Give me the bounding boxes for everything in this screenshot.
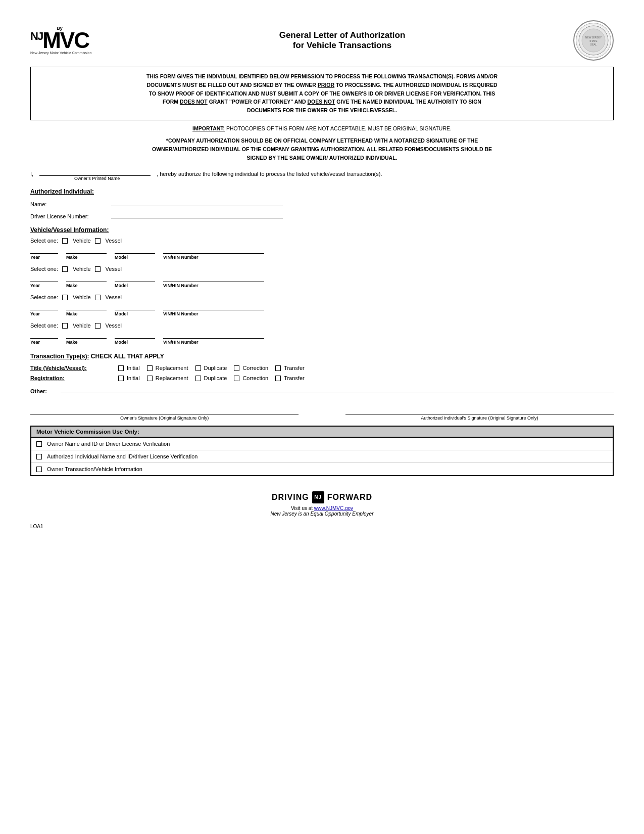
auth-prefix: I, bbox=[30, 171, 33, 177]
signature-row: Owner's Signature (Original Signature On… bbox=[30, 404, 614, 421]
reg-correction-label: Correction bbox=[242, 375, 268, 381]
dl-input-line bbox=[111, 211, 283, 218]
make-line-4 bbox=[66, 332, 107, 339]
owner-label: Owner's Printed Name bbox=[41, 176, 153, 181]
title-transfer-checkbox[interactable] bbox=[275, 365, 281, 371]
reg-duplicate-checkbox[interactable] bbox=[195, 376, 201, 381]
auth-line: I, Owner's Printed Name , hereby authori… bbox=[30, 171, 614, 181]
vessel-label-1: Vessel bbox=[106, 238, 122, 244]
model-field-1: Model bbox=[115, 247, 155, 260]
owner-signature-block: Owner's Signature (Original Signature On… bbox=[30, 404, 299, 421]
vessel-label-2: Vessel bbox=[106, 266, 122, 272]
vehicle-checkbox-2[interactable] bbox=[62, 266, 68, 272]
model-field-3: Model bbox=[115, 303, 155, 316]
model-label-4: Model bbox=[115, 340, 155, 345]
reg-initial-item: Initial bbox=[118, 375, 140, 381]
title-duplicate-item: Duplicate bbox=[195, 365, 227, 371]
name-field-row: Name: bbox=[30, 199, 614, 207]
vin-label-4: VIN/HIN Number bbox=[163, 340, 264, 345]
year-line-2 bbox=[30, 275, 58, 282]
reg-correction-checkbox[interactable] bbox=[234, 376, 239, 381]
title-replacement-checkbox[interactable] bbox=[147, 365, 153, 371]
title-replacement-label: Replacement bbox=[156, 365, 188, 371]
transaction-subtitle: CHECK ALL THAT APPLY bbox=[91, 353, 164, 360]
vessel-checkbox-1[interactable] bbox=[95, 238, 101, 244]
select-label-4: Select one: bbox=[30, 322, 58, 329]
title-transfer-label: Transfer bbox=[284, 365, 305, 371]
reg-transfer-label: Transfer bbox=[284, 375, 305, 381]
vehicle-checkbox-1[interactable] bbox=[62, 238, 68, 244]
vehicle-label-1: Vehicle bbox=[73, 238, 90, 244]
other-label: Other: bbox=[30, 388, 61, 394]
transaction-section: Transaction Type(s): CHECK ALL THAT APPL… bbox=[30, 353, 614, 394]
footer-url[interactable]: www.NJMVC.gov bbox=[314, 505, 353, 511]
mvc-checkbox-1[interactable] bbox=[36, 441, 42, 447]
other-row: Other: bbox=[30, 386, 614, 394]
notice-box: THIS FORM GIVES THE INDIVIDUAL IDENTIFIE… bbox=[30, 67, 614, 120]
mvc-item-1: Owner Name and ID or Driver License Veri… bbox=[31, 438, 613, 450]
transaction-title-underline: Transaction Type(s): bbox=[30, 353, 89, 360]
vehicle-label-2: Vehicle bbox=[73, 266, 90, 272]
model-field-4: Model bbox=[115, 332, 155, 345]
seal-inner: NEW JERSEY STATE SEAL bbox=[576, 23, 611, 58]
footer-driving-forward: DRIVING NJ FORWARD bbox=[30, 491, 614, 503]
mvc-checkbox-3[interactable] bbox=[36, 467, 42, 472]
title-trans-label: Title (Vehicle/Vessel): bbox=[30, 365, 111, 371]
select-row-3: Select one: Vehicle Vessel bbox=[30, 294, 614, 300]
vin-field-2: VIN/HIN Number bbox=[163, 275, 264, 288]
year-label-1: Year bbox=[30, 255, 58, 260]
important-text: PHOTOCOPIES OF THIS FORM ARE NOT ACCEPTA… bbox=[226, 125, 452, 131]
reg-duplicate-label: Duplicate bbox=[204, 375, 227, 381]
vehicle-data-row-3: Year Make Model VIN/HIN Number bbox=[30, 303, 614, 316]
model-line-2 bbox=[115, 275, 155, 282]
model-line-4 bbox=[115, 332, 155, 339]
name-input-line bbox=[111, 199, 283, 206]
select-label-3: Select one: bbox=[30, 294, 58, 300]
title-initial-checkbox[interactable] bbox=[118, 365, 124, 371]
select-label-1: Select one: bbox=[30, 238, 58, 244]
vin-line-4 bbox=[163, 332, 264, 339]
vin-line-2 bbox=[163, 275, 264, 282]
title-replacement-item: Replacement bbox=[147, 365, 188, 371]
title-correction-checkbox[interactable] bbox=[234, 365, 239, 371]
owner-sig-label: Owner's Signature (Original Signature On… bbox=[30, 415, 299, 421]
vehicle-info-title: Vehicle/Vessel Information: bbox=[30, 226, 614, 234]
year-line-3 bbox=[30, 303, 58, 310]
vin-field-3: VIN/HIN Number bbox=[163, 303, 264, 316]
vehicle-checkbox-3[interactable] bbox=[62, 295, 68, 300]
vessel-label-3: Vessel bbox=[106, 294, 122, 300]
mvc-checkbox-2[interactable] bbox=[36, 454, 42, 459]
important-notice: IMPORTANT: PHOTOCOPIES OF THIS FORM ARE … bbox=[30, 125, 614, 131]
vehicle-label-3: Vehicle bbox=[73, 294, 90, 300]
year-label-4: Year bbox=[30, 340, 58, 345]
mvc-item-3: Owner Transaction/Vehicle Information bbox=[31, 463, 613, 475]
reg-replacement-checkbox[interactable] bbox=[147, 376, 153, 381]
make-label-3: Make bbox=[66, 311, 107, 316]
vessel-checkbox-4[interactable] bbox=[95, 323, 101, 329]
reg-transfer-checkbox[interactable] bbox=[275, 376, 281, 381]
reg-replacement-item: Replacement bbox=[147, 375, 188, 381]
vessel-checkbox-2[interactable] bbox=[95, 266, 101, 272]
vehicle-data-row-2: Year Make Model VIN/HIN Number bbox=[30, 275, 614, 288]
model-field-2: Model bbox=[115, 275, 155, 288]
select-label-2: Select one: bbox=[30, 266, 58, 272]
title-duplicate-checkbox[interactable] bbox=[195, 365, 201, 371]
authorized-individual-title: Authorized Individual: bbox=[30, 188, 614, 195]
footer-visit-text: Visit us at bbox=[291, 505, 314, 511]
footer-forward-text: FORWARD bbox=[327, 493, 372, 502]
model-line-1 bbox=[115, 247, 155, 254]
make-label-4: Make bbox=[66, 340, 107, 345]
title-transfer-item: Transfer bbox=[275, 365, 305, 371]
title-duplicate-label: Duplicate bbox=[204, 365, 227, 371]
make-field-3: Make bbox=[66, 303, 107, 316]
notice-text: THIS FORM GIVES THE INDIVIDUAL IDENTIFIE… bbox=[146, 73, 498, 113]
transaction-title: Transaction Type(s): CHECK ALL THAT APPL… bbox=[30, 353, 614, 360]
dl-label: Driver License Number: bbox=[30, 213, 111, 219]
mvc-item-2: Authorized Individual Name and ID/driver… bbox=[31, 450, 613, 463]
vessel-checkbox-3[interactable] bbox=[95, 295, 101, 300]
vin-field-1: VIN/HIN Number bbox=[163, 247, 264, 260]
vehicle-checkbox-4[interactable] bbox=[62, 323, 68, 329]
reg-initial-checkbox[interactable] bbox=[118, 376, 124, 381]
footer-url-line: Visit us at www.NJMVC.gov bbox=[30, 505, 614, 511]
other-line bbox=[61, 386, 614, 393]
